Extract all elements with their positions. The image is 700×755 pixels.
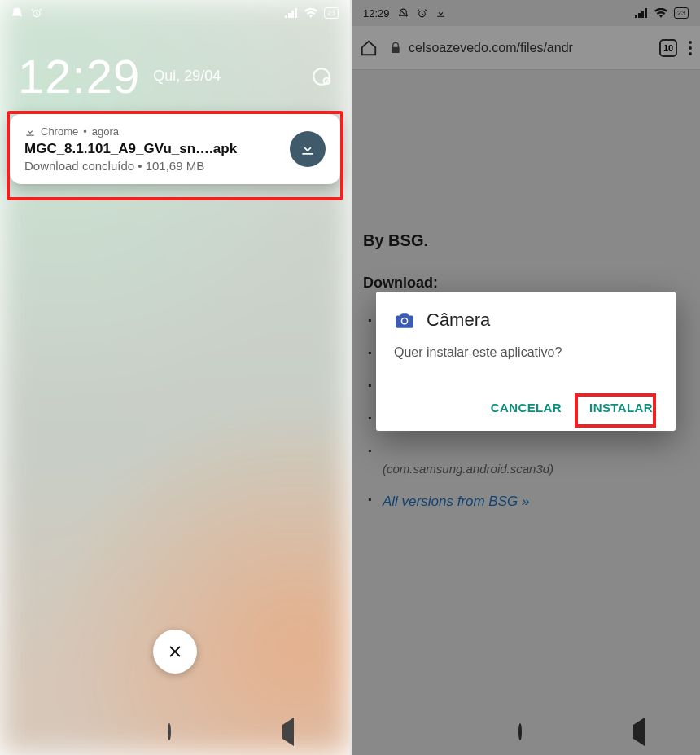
camera-icon — [394, 309, 415, 331]
notification-app: Chrome — [41, 125, 78, 138]
notification-subtitle: Download concluído • 101,69 MB — [24, 159, 280, 173]
svg-point-3 — [326, 80, 327, 81]
smart-home-icon[interactable] — [311, 66, 332, 87]
open-download-button[interactable] — [290, 131, 326, 167]
svg-point-1 — [313, 68, 330, 85]
nav-back[interactable] — [282, 725, 294, 740]
lockscreen-clock-row: 12:29 Qui, 29/04 — [18, 49, 332, 103]
nav-home[interactable] — [168, 725, 171, 740]
nav-back[interactable] — [633, 725, 645, 740]
wifi-icon — [304, 8, 317, 18]
notification-title: MGC_8.1.101_A9_GVu_sn….apk — [24, 141, 280, 157]
lockscreen-pane: 23 12:29 Qui, 29/04 Chrome • agora — [0, 0, 350, 755]
signal-icon — [285, 8, 298, 18]
download-icon — [24, 126, 36, 138]
dnd-icon — [11, 7, 23, 19]
notification-content: Chrome • agora MGC_8.1.101_A9_GVu_sn….ap… — [24, 125, 280, 173]
navbar-left — [0, 709, 350, 755]
lockscreen-clock: 12:29 — [18, 49, 140, 103]
alarm-icon — [31, 7, 42, 19]
battery-indicator: 23 — [324, 7, 339, 19]
lockscreen-overlay: 23 12:29 Qui, 29/04 Chrome • agora — [0, 0, 350, 755]
notification-separator: • — [83, 125, 87, 138]
svg-point-6 — [402, 318, 407, 323]
navbar-right — [352, 709, 700, 755]
install-dialog: Câmera Quer instalar este aplicativo? CA… — [376, 292, 676, 431]
battery-level: 23 — [327, 8, 335, 18]
dialog-title-row: Câmera — [394, 309, 658, 331]
dismiss-notifications-button[interactable] — [153, 630, 197, 674]
cancel-button[interactable]: CANCELAR — [486, 393, 567, 423]
browser-pane: 12:29 23 — [350, 0, 700, 755]
statusbar-left: 23 — [0, 0, 350, 26]
nav-home[interactable] — [518, 725, 522, 740]
lockscreen-date: Qui, 29/04 — [153, 68, 221, 85]
install-button[interactable]: INSTALAR — [584, 393, 658, 423]
dialog-app-name: Câmera — [427, 309, 490, 331]
download-notification[interactable]: Chrome • agora MGC_8.1.101_A9_GVu_sn….ap… — [10, 114, 340, 184]
dialog-message: Quer instalar este aplicativo? — [394, 345, 658, 360]
notification-when: agora — [92, 125, 119, 138]
dialog-actions: CANCELAR INSTALAR — [394, 393, 658, 423]
notification-header: Chrome • agora — [24, 125, 280, 138]
